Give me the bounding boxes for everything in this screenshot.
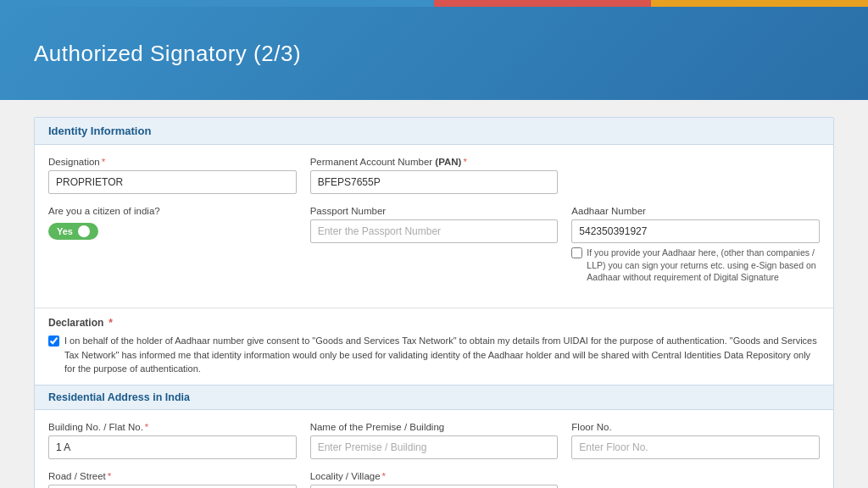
pan-input[interactable] [310,170,559,194]
top-bar-yellow [651,0,868,7]
citizen-label: Are you a citizen of india? [48,206,297,216]
floor-input[interactable] [571,435,820,459]
declaration-checkbox[interactable] [48,336,59,347]
pan-label: Permanent Account Number (PAN)* [310,157,559,167]
aadhaar-checkbox[interactable] [571,247,582,258]
aadhaar-label: Aadhaar Number [571,206,820,216]
residential-section-header: Residential Address in India [35,385,833,410]
toggle-label: Yes [57,226,73,236]
row-building: Building No. / Flat No.* Name of the Pre… [48,422,820,459]
building-group: Building No. / Flat No.* [48,422,297,459]
locality-label: Locality / Village* [310,471,559,481]
citizen-toggle-container: Yes [48,223,297,240]
floor-group: Floor No. [571,422,820,459]
top-bar-blue [0,0,434,7]
road-group: Road / Street* [48,471,297,488]
identity-section-header: Identity Information [35,118,833,145]
building-input[interactable] [48,435,297,459]
passport-label: Passport Number [310,206,559,216]
aadhaar-group: Aadhaar Number If you provide your Aadha… [571,206,820,284]
road-input[interactable] [48,485,297,488]
residential-section-body: Building No. / Flat No.* Name of the Pre… [35,410,833,488]
passport-group: Passport Number [310,206,559,284]
main-content: Identity Information Designation* Perman… [0,100,868,488]
premise-label: Name of the Premise / Building [310,422,559,432]
pan-group: Permanent Account Number (PAN)* [310,157,559,194]
identity-section-card: Identity Information Designation* Perman… [34,117,834,488]
designation-input[interactable] [48,170,297,194]
citizen-toggle[interactable]: Yes [48,223,98,240]
designation-label: Designation* [48,157,297,167]
row-citizen-passport-aadhaar: Are you a citizen of india? Yes Passport… [48,206,820,284]
passport-input[interactable] [310,219,559,243]
designation-required: * [102,157,105,167]
locality-group: Locality / Village* [310,471,559,488]
locality-input[interactable] [310,485,559,488]
road-label: Road / Street* [48,471,297,481]
top-bar [0,0,868,7]
citizen-group: Are you a citizen of india? Yes [48,206,297,284]
identity-section-body: Designation* Permanent Account Number (P… [35,145,833,308]
aadhaar-note: If you provide your Aadhaar here, (other… [571,247,820,284]
aadhaar-input[interactable] [571,219,820,243]
row-designation-pan: Designation* Permanent Account Number (P… [48,157,820,194]
declaration-body: I on behalf of the holder of Aadhaar num… [64,334,820,376]
top-bar-red [434,0,651,7]
declaration-text: I on behalf of the holder of Aadhaar num… [48,334,820,376]
premise-input[interactable] [310,435,559,459]
declaration-section: Declaration * I on behalf of the holder … [35,308,833,385]
designation-group: Designation* [48,157,297,194]
floor-label: Floor No. [571,422,820,432]
declaration-label: Declaration * [48,317,820,329]
page-header: Authorized Signatory (2/3) [0,7,868,100]
building-label: Building No. / Flat No.* [48,422,297,432]
declaration-required: * [108,317,113,329]
row-road: Road / Street* Locality / Village* [48,471,820,488]
premise-group: Name of the Premise / Building [310,422,559,459]
toggle-circle-icon [78,225,90,237]
page-title: Authorized Signatory (2/3) [34,41,301,67]
pan-required: * [463,157,466,167]
aadhaar-note-text: If you provide your Aadhaar here, (other… [587,247,820,284]
